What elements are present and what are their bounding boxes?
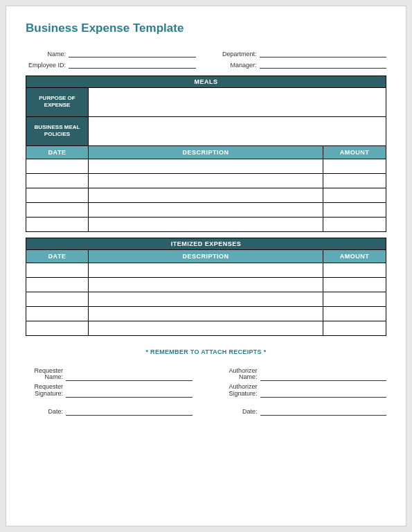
expense-template-page: Business Expense Template Name: Departme… [6, 6, 406, 526]
requester-name-row: Requester Name: [26, 368, 192, 382]
itemized-desc-cell[interactable] [89, 292, 323, 306]
itemized-col-description: DESCRIPTION [89, 250, 323, 263]
meals-date-cell[interactable] [26, 203, 89, 217]
requester-signature-label: Requester Signature: [26, 384, 66, 398]
itemized-amount-cell[interactable] [323, 263, 386, 277]
policies-label: BUSINESS MEAL POLICIES [26, 117, 89, 145]
requester-name-line[interactable] [66, 371, 192, 381]
authorizer-date-row: Date: [220, 406, 387, 416]
name-field: Name: [26, 49, 196, 57]
meals-amount-cell[interactable] [323, 218, 386, 231]
meals-date-cell[interactable] [26, 188, 89, 202]
purpose-input[interactable] [89, 88, 386, 116]
requester-signature-line[interactable] [66, 388, 192, 398]
manager-label: Manager: [217, 62, 260, 69]
header-row-1: Name: Department: [26, 49, 386, 57]
name-input-line[interactable] [69, 49, 196, 57]
itemized-col-date: DATE [26, 250, 89, 263]
itemized-desc-cell[interactable] [89, 321, 323, 335]
authorizer-name-label: Authorizer Name: [220, 368, 260, 382]
department-input-line[interactable] [260, 49, 387, 57]
itemized-amount-cell[interactable] [323, 292, 386, 306]
meals-date-cell[interactable] [26, 218, 89, 231]
itemized-amount-cell[interactable] [323, 307, 386, 321]
itemized-desc-cell[interactable] [89, 278, 323, 292]
itemized-section-header: ITEMIZED EXPENSES [26, 238, 386, 250]
meals-date-cell[interactable] [26, 174, 89, 188]
meals-col-date: DATE [26, 146, 89, 159]
itemized-row [26, 307, 386, 321]
itemized-amount-cell[interactable] [323, 321, 386, 335]
itemized-date-cell[interactable] [26, 321, 89, 335]
employee-id-field: Employee ID: [26, 60, 196, 69]
itemized-column-headers: DATE DESCRIPTION AMOUNT [26, 250, 386, 263]
itemized-desc-cell[interactable] [89, 263, 323, 277]
meals-amount-cell[interactable] [323, 203, 386, 217]
page-title: Business Expense Template [26, 21, 386, 35]
itemized-row [26, 292, 386, 307]
meals-section-header: MEALS [26, 76, 386, 88]
itemized-date-cell[interactable] [26, 307, 89, 321]
itemized-date-cell[interactable] [26, 263, 89, 277]
itemized-date-cell[interactable] [26, 278, 89, 292]
authorizer-date-line[interactable] [260, 406, 387, 416]
meals-amount-cell[interactable] [323, 188, 386, 202]
requester-signature-row: Requester Signature: [26, 384, 192, 398]
itemized-desc-cell[interactable] [89, 307, 323, 321]
meals-date-cell[interactable] [26, 159, 89, 173]
meals-desc-cell[interactable] [89, 218, 323, 231]
requester-column: Requester Name: Requester Signature: Dat… [26, 368, 192, 419]
requester-date-label: Date: [26, 409, 66, 416]
meals-desc-cell[interactable] [89, 203, 323, 217]
manager-input-line[interactable] [260, 60, 387, 69]
authorizer-column: Authorizer Name: Authorizer Signature: D… [220, 368, 387, 419]
manager-field: Manager: [217, 60, 387, 69]
meals-amount-cell[interactable] [323, 159, 386, 173]
meals-row [26, 159, 386, 174]
policies-row: BUSINESS MEAL POLICIES [26, 117, 386, 146]
meals-row [26, 203, 386, 218]
meals-row [26, 218, 386, 232]
employee-id-label: Employee ID: [26, 62, 69, 69]
requester-date-line[interactable] [66, 406, 192, 416]
meals-col-amount: AMOUNT [323, 146, 386, 159]
policies-input[interactable] [89, 117, 386, 145]
authorizer-signature-row: Authorizer Signature: [220, 384, 387, 398]
name-label: Name: [26, 51, 69, 57]
requester-date-row: Date: [26, 406, 192, 416]
purpose-label: PURPOSE OF EXPENSE [26, 88, 89, 116]
employee-id-input-line[interactable] [69, 60, 196, 69]
department-field: Department: [217, 49, 387, 57]
itemized-row [26, 263, 386, 278]
meals-desc-cell[interactable] [89, 174, 323, 188]
itemized-col-amount: AMOUNT [323, 250, 386, 263]
meals-col-description: DESCRIPTION [89, 146, 323, 159]
section-spacer [26, 232, 386, 238]
meals-column-headers: DATE DESCRIPTION AMOUNT [26, 146, 386, 159]
authorizer-signature-label: Authorizer Signature: [220, 384, 260, 398]
requester-name-label: Requester Name: [26, 368, 66, 382]
meals-row [26, 188, 386, 203]
itemized-date-cell[interactable] [26, 292, 89, 306]
authorizer-signature-line[interactable] [260, 388, 387, 398]
meals-desc-cell[interactable] [89, 159, 323, 173]
authorizer-name-line[interactable] [260, 371, 387, 381]
purpose-row: PURPOSE OF EXPENSE [26, 88, 386, 117]
meals-amount-cell[interactable] [323, 174, 386, 188]
authorizer-name-row: Authorizer Name: [220, 368, 387, 382]
signature-block: Requester Name: Requester Signature: Dat… [26, 368, 386, 419]
meals-row [26, 174, 386, 188]
itemized-amount-cell[interactable] [323, 278, 386, 292]
department-label: Department: [217, 51, 260, 57]
header-row-2: Employee ID: Manager: [26, 60, 386, 69]
authorizer-date-label: Date: [220, 409, 260, 416]
receipts-reminder: * REMEMBER TO ATTACH RECEIPTS * [26, 348, 386, 355]
meals-desc-cell[interactable] [89, 188, 323, 202]
itemized-row [26, 321, 386, 336]
itemized-row [26, 278, 386, 292]
